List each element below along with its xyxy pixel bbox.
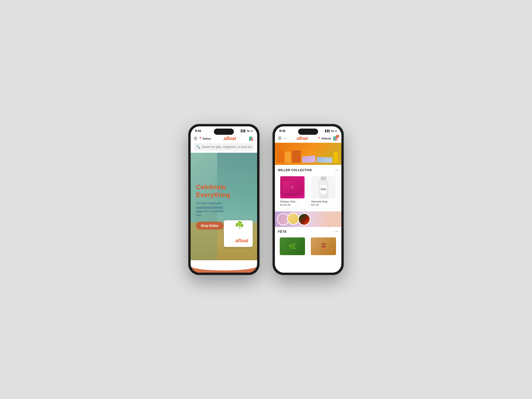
- lotion-bottle-container: MOLTONBROWN: [320, 177, 327, 198]
- location-pin-icon-2: 📍: [317, 137, 321, 140]
- dot-2: [225, 262, 226, 264]
- phone-2-screen: 9:41 ▌▌▌ ▾▴ ▭ ☰ ← afloat 📍: [275, 126, 341, 273]
- search-icon-1: 🔍: [196, 145, 200, 149]
- search-bar-1[interactable]: 🔍: [194, 143, 254, 151]
- fete-banner: [275, 211, 341, 227]
- lotion-image: MOLTONBROWN: [311, 176, 336, 198]
- book-3: [292, 151, 301, 163]
- battery-icon-2: ▭: [335, 129, 337, 132]
- hero-title: Celebrate Everything: [196, 183, 252, 199]
- fete-product-plant[interactable]: 🌿: [278, 236, 307, 257]
- clutch-image: [280, 176, 304, 198]
- search-input-1[interactable]: [202, 145, 252, 149]
- app-logo-2: afloat: [289, 136, 316, 141]
- banner-image: [275, 143, 341, 165]
- app-header-2: ☰ ← afloat 📍 Atlanta 🛍️ 1: [275, 134, 341, 143]
- lotion-bottle: MOLTONBROWN: [320, 180, 327, 198]
- bottom-wave: [191, 266, 257, 273]
- signal-icon-2: ▌▌▌: [325, 129, 330, 132]
- figurine-emoji: 🏺: [320, 243, 327, 250]
- lotion-label: MOLTONBROWN: [321, 185, 327, 194]
- lotion-name: Heavenly Ging…: [311, 200, 336, 203]
- lotion-price: $37.00: [311, 203, 336, 206]
- banner-books: [275, 145, 341, 163]
- miller-collective-name: MILLER COLLECTIVE: [278, 168, 312, 172]
- clutch-clasp: [291, 186, 293, 188]
- book-2: [285, 152, 291, 163]
- signal-icon-1: ▌▌▌: [241, 129, 246, 132]
- clutch-shape: [283, 181, 302, 194]
- cart-icon-1[interactable]: 🛍️: [248, 136, 254, 141]
- plate-3: [298, 213, 310, 225]
- scarf-1: [302, 155, 316, 163]
- plate-2: [287, 213, 299, 225]
- fete-name: FÊTE: [278, 230, 287, 234]
- phone2-content: MILLER COLLECTIVE →: [275, 143, 341, 273]
- hamburger-icon-2[interactable]: ☰: [278, 136, 282, 141]
- plant-emoji: 🌿: [289, 243, 296, 250]
- products-row: Dianapy Clutc… $1125.00 MOLTONBRO: [275, 174, 341, 211]
- clutch-name: Dianapy Clutc…: [280, 200, 304, 203]
- dot-1: [222, 262, 223, 264]
- back-button[interactable]: ←: [283, 136, 287, 141]
- fete-product-figurine[interactable]: 🏺: [309, 236, 338, 257]
- phone-1: 9:41 ▌▌▌ ▾▴ ▭ ☰ 📍 Dallas afloat: [188, 124, 259, 275]
- battery-icon-1: ▭: [250, 129, 253, 132]
- miller-collective-arrow[interactable]: →: [334, 168, 338, 172]
- shop-dallas-button[interactable]: Shop Dallas: [196, 222, 223, 230]
- product-card-lotion[interactable]: MOLTONBROWN Heavenly Ging… $37.00: [309, 174, 338, 208]
- scene: 9:41 ▌▌▌ ▾▴ ▭ ☰ 📍 Dallas afloat: [175, 111, 357, 288]
- app-header-1: ☰ 📍 Dallas afloat 🛍️: [191, 134, 257, 143]
- time-1: 9:41: [195, 129, 201, 133]
- location-name-1: Dallas: [203, 137, 211, 140]
- phone-1-screen: 9:41 ▌▌▌ ▾▴ ▭ ☰ 📍 Dallas afloat: [191, 126, 257, 273]
- location-badge-2[interactable]: 📍 Atlanta: [317, 137, 331, 140]
- product-card-partial[interactable]: Ne $3…: [340, 174, 341, 208]
- lotion-brand-text: MOLTONBROWN: [321, 188, 326, 191]
- hero-subtitle: The best curated gifts, wrapped and deli…: [196, 201, 227, 217]
- book-4: [334, 152, 338, 163]
- location-badge-1[interactable]: 📍 Dallas: [199, 137, 211, 140]
- cart-icon-2[interactable]: 🛍️ 1: [333, 136, 338, 141]
- plant-image: 🌿: [280, 237, 305, 255]
- shop-section-miller: MILLER COLLECTIVE →: [275, 165, 341, 174]
- fete-products-row: 🌿 🏺: [275, 236, 341, 257]
- lotion-cap: [321, 177, 326, 180]
- fete-section: FÊTE →: [275, 227, 341, 236]
- clutch-price: $1125.00: [280, 203, 304, 206]
- hamburger-icon-1[interactable]: ☰: [194, 136, 197, 141]
- location-name-2: Atlanta: [321, 137, 331, 140]
- book-1: [277, 149, 284, 163]
- fete-arrow[interactable]: →: [334, 229, 338, 234]
- time-2: 9:41: [279, 129, 285, 133]
- dynamic-island-2: [298, 129, 318, 135]
- hero-content: Celebrate Everything The best curated gi…: [191, 153, 257, 260]
- dynamic-island-1: [214, 129, 234, 135]
- status-icons-2: ▌▌▌ ▾▴ ▭: [325, 129, 337, 132]
- product-card-clutch[interactable]: Dianapy Clutc… $1125.00: [278, 174, 307, 208]
- figurine-image: 🏺: [311, 237, 336, 255]
- phone-2: 9:41 ▌▌▌ ▾▴ ▭ ☰ ← afloat 📍: [273, 124, 344, 275]
- status-icons-1: ▌▌▌ ▾▴ ▭: [241, 129, 253, 132]
- scarf-2: [317, 157, 332, 163]
- wifi-icon-2: ▾▴: [331, 129, 334, 132]
- hero-section-1: afloat ☘️ Celebrate Everything The best …: [191, 153, 257, 260]
- app-logo-1: afloat: [212, 136, 247, 141]
- pagination-dots: [191, 260, 257, 266]
- wifi-icon-1: ▾▴: [247, 129, 250, 132]
- location-pin-icon-1: 📍: [199, 137, 202, 140]
- cart-badge: 1: [336, 135, 339, 138]
